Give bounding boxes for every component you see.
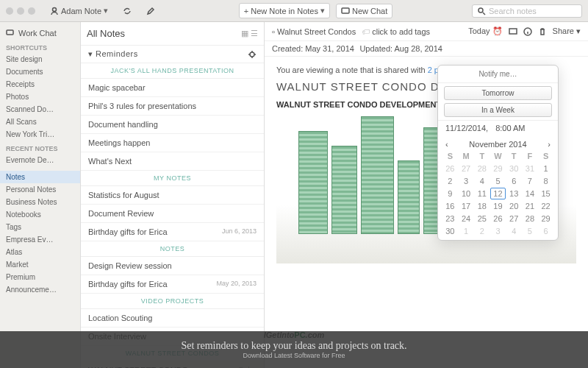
calendar-day[interactable]: 30 <box>442 225 458 237</box>
sidebar-work-chat[interactable]: Work Chat <box>0 26 80 40</box>
sidebar-main-item[interactable]: Tags <box>0 221 80 233</box>
calendar-dow: F <box>523 150 538 162</box>
calendar-day[interactable]: 31 <box>523 163 538 174</box>
calendar-day[interactable]: 8 <box>538 175 553 187</box>
svg-point-0 <box>53 7 57 11</box>
note-list-item[interactable]: Location Scouting <box>81 309 264 328</box>
calendar-day[interactable]: 26 <box>490 213 506 224</box>
user-menu[interactable]: Adam Note ▾ <box>46 4 112 18</box>
calendar-day[interactable]: 1 <box>538 163 553 174</box>
calendar-day[interactable]: 29 <box>538 213 553 224</box>
reminder-today[interactable]: Today ⏰ <box>468 26 502 36</box>
sidebar-shortcut-item[interactable]: All Scans <box>0 116 80 128</box>
note-list-item[interactable]: Document handling <box>81 116 264 134</box>
sidebar-main-item[interactable]: Notebooks <box>0 208 80 221</box>
calendar-day[interactable]: 3 <box>459 175 474 187</box>
note-list-item[interactable]: What's Next <box>81 152 264 171</box>
calendar-day[interactable]: 2 <box>442 175 458 187</box>
note-list-item[interactable]: Phil's 3 rules for presentations <box>81 97 264 116</box>
sidebar-main-item[interactable]: Market <box>0 258 80 271</box>
calendar-day[interactable]: 26 <box>442 163 458 174</box>
note-list-item[interactable]: Document Review <box>81 205 264 223</box>
trash-icon[interactable] <box>538 27 547 36</box>
calendar-day[interactable]: 10 <box>459 188 474 199</box>
calendar-day[interactable]: 28 <box>523 213 538 224</box>
calendar-day[interactable]: 25 <box>474 213 490 224</box>
sidebar-shortcut-item[interactable]: Receipts <box>0 78 80 91</box>
calendar-day[interactable]: 5 <box>490 175 506 187</box>
calendar-day[interactable]: 9 <box>442 188 458 199</box>
note-list-title[interactable]: All Notes <box>87 28 125 39</box>
calendar-day[interactable]: 20 <box>506 200 522 212</box>
note-editor: ▫ Walnut Street Condos 🏷 click to add ta… <box>265 22 588 368</box>
note-list-item[interactable]: Meetings happen <box>81 134 264 152</box>
note-list-item[interactable]: Design Review session <box>81 257 264 275</box>
calendar-day[interactable]: 18 <box>474 200 490 212</box>
reminders-header[interactable]: ▾ Reminders <box>81 46 264 63</box>
present-icon[interactable] <box>509 27 517 36</box>
sidebar-shortcut-item[interactable]: Documents <box>0 66 80 78</box>
new-note-button[interactable]: + New Note in Notes ▾ <box>239 3 330 18</box>
add-tags[interactable]: 🏷 click to add tags <box>362 27 430 36</box>
calendar-day[interactable]: 27 <box>506 213 522 224</box>
calendar-day[interactable]: 17 <box>459 200 474 212</box>
traffic-lights[interactable] <box>6 7 35 15</box>
calendar-day[interactable]: 11 <box>474 188 490 199</box>
calendar-day[interactable]: 6 <box>538 225 553 237</box>
calendar-day[interactable]: 13 <box>506 188 522 199</box>
note-list: All Notes ▦ ☰ ▾ Reminders JACK'S ALL HAN… <box>81 22 265 368</box>
calendar-day[interactable]: 19 <box>490 200 506 212</box>
share-button[interactable]: Share ▾ <box>553 26 581 36</box>
notebook-selector[interactable]: ▫ Walnut Street Condos <box>272 27 356 36</box>
calendar-day[interactable]: 5 <box>523 225 538 237</box>
sidebar-shortcut-item[interactable]: Scanned Do… <box>0 103 80 116</box>
calendar-day[interactable]: 24 <box>459 213 474 224</box>
calendar-day[interactable]: 12 <box>490 188 506 199</box>
calendar-month: November 2014 <box>469 140 526 149</box>
calendar-day[interactable]: 4 <box>506 225 522 237</box>
calendar-day[interactable]: 6 <box>506 175 522 187</box>
calendar-day[interactable]: 22 <box>538 200 553 212</box>
info-icon[interactable] <box>523 27 532 36</box>
sync-button[interactable] <box>118 4 136 18</box>
notify-week-button[interactable]: In a Week <box>444 103 552 117</box>
sidebar-recent-item[interactable]: Evernote De… <box>0 154 80 166</box>
note-list-item[interactable]: Birthday gifts for EricaJun 6, 2013 <box>81 223 264 241</box>
sidebar-main-item[interactable]: Announceme… <box>0 283 80 296</box>
sidebar-shortcut-item[interactable]: Site design <box>0 53 80 66</box>
sidebar-shortcut-item[interactable]: New York Tri… <box>0 128 80 141</box>
sidebar-main-item[interactable]: Premium <box>0 271 80 283</box>
sidebar-main-item[interactable]: Personal Notes <box>0 183 80 196</box>
calendar-day[interactable]: 21 <box>523 200 538 212</box>
sidebar-main-item[interactable]: Empresa Ev… <box>0 233 80 246</box>
calendar-day[interactable]: 27 <box>459 163 474 174</box>
gear-icon[interactable] <box>248 50 257 59</box>
calendar-day[interactable]: 30 <box>506 163 522 174</box>
view-toggle[interactable]: ▦ ☰ <box>241 29 258 38</box>
note-list-item[interactable]: Magic spacebar <box>81 79 264 97</box>
calendar-day[interactable]: 15 <box>538 188 553 199</box>
sidebar-main-item[interactable]: Notes <box>0 171 80 183</box>
calendar-day[interactable]: 2 <box>474 225 490 237</box>
calendar-day[interactable]: 28 <box>474 163 490 174</box>
note-list-item[interactable]: Statistics for August <box>81 186 264 205</box>
calendar-day[interactable]: 16 <box>442 200 458 212</box>
calendar-day[interactable]: 29 <box>490 163 506 174</box>
note-list-item[interactable]: Birthday gifts for EricaMay 20, 2013 <box>81 275 264 294</box>
calendar-day[interactable]: 7 <box>523 175 538 187</box>
calendar-day[interactable]: 4 <box>474 175 490 187</box>
reminder-datetime[interactable]: 11/12/2014,8:00 AM <box>438 120 558 135</box>
calendar-day[interactable]: 1 <box>459 225 474 237</box>
next-month[interactable]: › <box>548 140 551 149</box>
notify-tomorrow-button[interactable]: Tomorrow <box>444 86 552 100</box>
search-input[interactable]: Search notes <box>472 4 582 18</box>
new-chat-button[interactable]: New Chat <box>336 4 392 18</box>
calendar-day[interactable]: 23 <box>442 213 458 224</box>
sidebar-main-item[interactable]: Business Notes <box>0 196 80 208</box>
sidebar-main-item[interactable]: Atlas <box>0 246 80 258</box>
calendar-day[interactable]: 3 <box>490 225 506 237</box>
sidebar-shortcut-item[interactable]: Photos <box>0 91 80 103</box>
calendar-day[interactable]: 14 <box>523 188 538 199</box>
prev-month[interactable]: ‹ <box>445 140 448 149</box>
edit-button[interactable] <box>142 4 159 18</box>
